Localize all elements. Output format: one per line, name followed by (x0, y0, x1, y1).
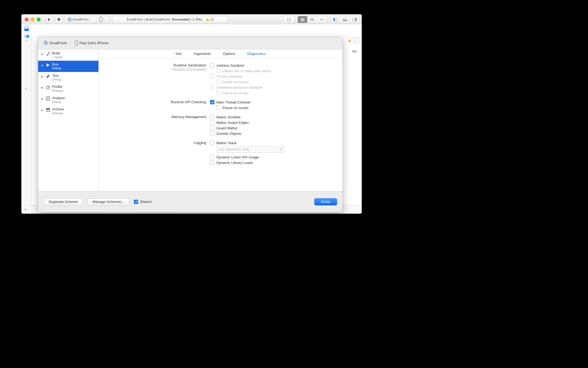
scheme-action-analyze[interactable]: ▶ AnalyzeDebug (38, 94, 98, 105)
project-navigator-icon[interactable] (24, 27, 29, 31)
checkbox-label: Undefined Behavior Sanitizer (216, 85, 262, 90)
version-editor-button[interactable] (317, 16, 326, 23)
stepper-icon: ▲▼ (280, 147, 282, 151)
svg-rect-1 (301, 19, 304, 20)
filter-icon (31, 208, 35, 211)
section-sublabel: Requires recompilation (173, 68, 206, 71)
disclosure-icon[interactable]: ▸ (21, 87, 32, 90)
dynamic-linker-checkbox[interactable]: Dynamic Linker API Usage (210, 154, 343, 160)
run-button[interactable] (46, 16, 53, 23)
disclosure-icon: ▶ (41, 109, 43, 111)
tab-info[interactable]: Info (176, 52, 182, 56)
status-result: Succeeded (172, 18, 189, 21)
chevron-right-icon: 〉 (90, 17, 94, 22)
svg-rect-6 (333, 18, 335, 21)
disclosure-icon: ▶ (41, 64, 43, 67)
device-icon (99, 17, 102, 22)
checkbox-label: Dynamic Linker API Usage (216, 155, 259, 159)
malloc-stack-checkbox[interactable]: Malloc Stack (210, 140, 343, 146)
scheme-action-build[interactable]: ▶ Build1 target (38, 49, 98, 61)
malloc-scribble-checkbox[interactable]: Malloc Scribble (210, 114, 343, 120)
titlebar: EmailForm 〉 ... EmailForm| Build EmailFo… (21, 14, 362, 25)
svg-rect-8 (343, 20, 347, 21)
minimize-window-button[interactable] (31, 18, 35, 21)
hammer-icon (46, 51, 50, 56)
checkbox-label: Pause on issues (222, 106, 248, 110)
action-sub: Debug (52, 78, 61, 81)
disclosure-icon[interactable]: ▾ (21, 35, 32, 38)
chevron-right-icon: 〉 (69, 40, 73, 45)
panel-toggle-group (330, 16, 360, 23)
warning-icon (206, 18, 209, 21)
disclosure-icon: ▶ (41, 75, 43, 78)
disclosure-icon: ▶ (41, 97, 43, 100)
next-issue-button[interactable]: 〉 (353, 37, 360, 44)
assistant-editor-button[interactable] (307, 16, 317, 23)
duplicate-scheme-button[interactable]: Duplicate Scheme (44, 198, 83, 205)
checkbox-label: Zombie Objects (216, 132, 241, 136)
checkbox-label: Guard Malloc (216, 126, 238, 130)
thread-pause-checkbox: Pause on issues (210, 79, 343, 85)
zoom-window-button[interactable] (37, 18, 41, 21)
scheme-panel: ▶ Build1 target ▶ RunDebug ▶ TestDebug (38, 49, 343, 191)
add-button[interactable]: + (24, 207, 27, 212)
svg-rect-2 (301, 21, 304, 21)
action-title: Run (52, 62, 61, 67)
shared-checkbox[interactable]: Shared (134, 200, 151, 204)
stop-button[interactable] (55, 16, 63, 23)
warning-icon (348, 39, 351, 42)
section-label: Logging (194, 141, 206, 145)
svg-rect-14 (46, 109, 50, 111)
right-toolbar: 〉 (348, 37, 360, 44)
editor-mode-group (298, 16, 327, 23)
standard-editor-button[interactable] (298, 16, 307, 23)
warnings-badge[interactable]: 12 (206, 18, 214, 21)
action-title: Build (52, 51, 62, 55)
svg-rect-10 (355, 18, 357, 21)
scheme-tabs: Info Arguments Options Diagnostics (99, 52, 343, 56)
toggle-navigator-button[interactable] (331, 16, 340, 23)
checkbox-label: Main Thread Checker (216, 100, 251, 104)
close-button[interactable]: Close (314, 198, 337, 205)
malloc-guard-edges-checkbox[interactable]: Malloc Guard Edges (210, 120, 343, 125)
tab-options[interactable]: Options (223, 52, 235, 56)
toggle-inspector-button[interactable] (350, 16, 359, 23)
main-thread-checker-checkbox[interactable]: Main Thread Checker (210, 99, 343, 105)
status-time: 2.366s (192, 18, 202, 21)
scheme-action-archive[interactable]: ▶ ArchiveRelease (38, 105, 98, 117)
inspector-peek: les (352, 49, 357, 53)
api-pause-checkbox[interactable]: Pause on issues (210, 105, 343, 110)
scheme-breadcrumb[interactable]: EmailForm 〉 Paul Solt's iPhone (44, 40, 108, 45)
play-icon (48, 18, 50, 21)
malloc-stack-popup: Live Allocations Only▲▼ (216, 146, 285, 153)
scheme-action-profile[interactable]: ▶ ProfileRelease (38, 83, 98, 94)
traffic-lights (25, 18, 41, 21)
scheme-action-run[interactable]: ▶ RunDebug (38, 61, 98, 72)
guard-malloc-checkbox[interactable]: Guard Malloc (210, 125, 343, 131)
diagnostics-form: Runtime SanitizationRequires recompilati… (99, 62, 343, 191)
tab-arguments[interactable]: Arguments (194, 52, 211, 56)
dynamic-library-loads-checkbox[interactable]: Dynamic Library Loads (210, 160, 343, 165)
wrench-icon (46, 74, 50, 79)
editor-options-button[interactable]: { } (283, 16, 295, 23)
popup-value: Live Allocations Only (219, 147, 249, 151)
manage-schemes-button[interactable]: Manage Schemes... (87, 198, 130, 205)
action-sub: Debug (52, 100, 65, 104)
tab-diagnostics[interactable]: Diagnostics (247, 52, 266, 56)
scheme-actions-list: ▶ Build1 target ▶ RunDebug ▶ TestDebug (38, 49, 99, 191)
scheme-action-test[interactable]: ▶ TestDebug (38, 72, 98, 83)
disclosure-icon[interactable]: ▾ (21, 39, 32, 42)
disclosure-icon: ▶ (41, 53, 43, 55)
address-sanitizer-checkbox[interactable]: Address Sanitizer (210, 63, 343, 68)
xcode-window: EmailForm 〉 ... EmailForm| Build EmailFo… (21, 14, 362, 214)
stack-after-return-checkbox: Detect use of stack after return (210, 68, 343, 74)
ub-pause-checkbox: Pause on issues (210, 90, 343, 96)
scheme-editor-sheet: EmailForm 〉 Paul Solt's iPhone ▶ Build1 … (38, 37, 343, 212)
checkbox-label: Pause on issues (222, 80, 248, 84)
close-window-button[interactable] (25, 18, 29, 21)
zombie-objects-checkbox[interactable]: Zombie Objects (210, 131, 343, 136)
action-title: Profile (52, 85, 63, 89)
toggle-debug-button[interactable] (340, 16, 350, 23)
action-title: Archive (52, 107, 64, 111)
scheme-picker[interactable]: EmailForm 〉 ... (65, 16, 109, 23)
